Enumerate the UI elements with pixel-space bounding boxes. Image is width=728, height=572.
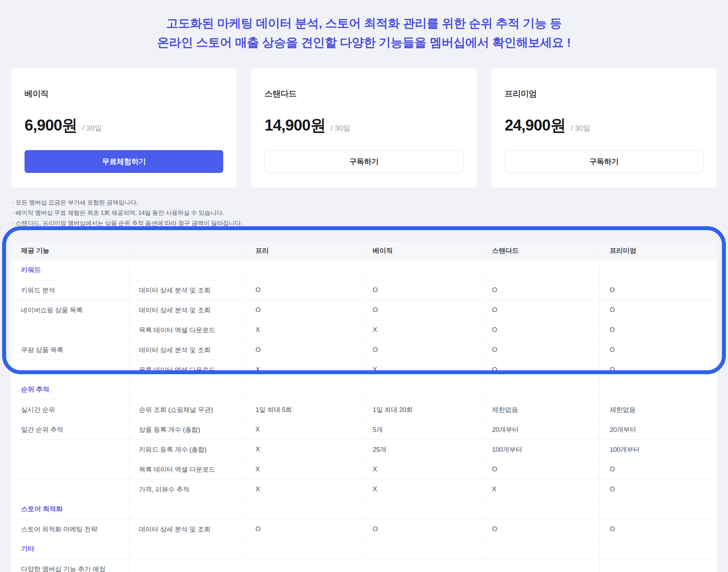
table-row: 쿠팡 상품 목록데이터 상세 분석 및 조회OOOO bbox=[11, 340, 717, 360]
free-trial-button[interactable]: 무료체험하기 bbox=[25, 150, 223, 173]
table-cell: 키워드 등록 개수 (총합) bbox=[129, 439, 245, 459]
page-title: 고도화된 마케팅 데이터 분석, 스토어 최적화 관리를 위한 순위 추적 기능… bbox=[0, 0, 728, 52]
table-cell: 일간 순위 추적 bbox=[11, 419, 129, 439]
table-cell: 기타 bbox=[11, 539, 129, 559]
table-cell: O bbox=[482, 280, 600, 300]
table-cell bbox=[363, 539, 482, 559]
table-section-row: 키워드 bbox=[11, 260, 717, 280]
table-cell: O bbox=[600, 360, 717, 380]
plan-price: 6,900원 bbox=[25, 115, 77, 136]
table-row: 네이버쇼핑 상품 목록데이터 상세 분석 및 조회OOOO bbox=[11, 300, 717, 320]
table-cell: 1일 최대 20회 bbox=[363, 399, 482, 419]
table-row: 목록 데이터 엑셀 다운로드XXOO bbox=[11, 459, 717, 479]
note-item: · 스탠다드, 프리미엄 멤버십에서는 상품 순위 추적 옵션에 따라 청구 금… bbox=[12, 218, 716, 228]
table-cell: 목록 데이터 엑셀 다운로드 bbox=[129, 320, 245, 340]
pricing-card-standard: 스탠다드 14,900원 / 30일 구독하기 bbox=[251, 68, 477, 188]
table-cell: 스토어 최적화 마케팅 전략 bbox=[11, 519, 129, 539]
feature-comparison-table: 제공 기능프리베이직스탠다드프리미엄 키워드키워드 분석데이터 상세 분석 및 … bbox=[11, 241, 717, 572]
table-cell: 데이터 상세 분석 및 조회 bbox=[129, 519, 245, 539]
table-cell: X bbox=[245, 419, 363, 439]
table-cell: X bbox=[245, 360, 363, 380]
table-cell: 데이터 상세 분석 및 조회 bbox=[129, 280, 245, 300]
plan-price-row: 24,900원 / 30일 bbox=[505, 115, 703, 136]
table-cell: O bbox=[363, 300, 482, 320]
table-row: 스토어 최적화 마케팅 전략데이터 상세 분석 및 조회OOOO bbox=[11, 519, 717, 539]
note-item: · 베이직 멤버십 무료 체험은 최초 1회 제공되며, 14일 동안 사용하실… bbox=[12, 208, 716, 218]
plan-price-row: 6,900원 / 30일 bbox=[25, 115, 223, 136]
table-cell: 20개부터 bbox=[600, 419, 717, 439]
column-header bbox=[129, 241, 245, 260]
table-cell: X bbox=[245, 459, 363, 479]
table-cell: 데이터 상세 분석 및 조회 bbox=[129, 340, 245, 360]
table-cell bbox=[363, 380, 482, 399]
table-cell: 제한없음 bbox=[600, 399, 717, 419]
column-header: 프리미엄 bbox=[600, 241, 717, 260]
table-cell bbox=[363, 260, 482, 280]
table-cell: 실시간 순위 bbox=[11, 399, 129, 419]
table-cell bbox=[245, 539, 363, 559]
pricing-card-premium: 프리미엄 24,900원 / 30일 구독하기 bbox=[491, 68, 717, 188]
table-cell bbox=[245, 559, 363, 572]
table-cell: X bbox=[245, 439, 363, 459]
table-cell: X bbox=[363, 459, 482, 479]
plan-name: 프리미엄 bbox=[505, 88, 703, 99]
table-cell: O bbox=[600, 320, 717, 340]
table-cell bbox=[600, 380, 717, 399]
feature-comparison-table-wrap: 제공 기능프리베이직스탠다드프리미엄 키워드키워드 분석데이터 상세 분석 및 … bbox=[11, 241, 717, 572]
table-cell bbox=[245, 380, 363, 399]
table-cell: 데이터 상세 분석 및 조회 bbox=[129, 300, 245, 320]
table-cell bbox=[600, 559, 717, 572]
table-cell: O bbox=[600, 519, 717, 539]
table-cell bbox=[129, 260, 245, 280]
table-cell: O bbox=[363, 340, 482, 360]
table-cell bbox=[129, 539, 245, 559]
table-cell: 스토어 최적화 bbox=[11, 499, 129, 519]
table-cell bbox=[600, 539, 717, 559]
table-cell: O bbox=[600, 280, 717, 300]
table-cell: 100개부터 bbox=[482, 439, 600, 459]
table-cell: 20개부터 bbox=[482, 419, 600, 439]
table-cell: O bbox=[245, 280, 363, 300]
table-cell: 순위 조회 (쇼핑채널 무관) bbox=[129, 399, 245, 419]
table-cell bbox=[11, 360, 129, 380]
table-cell: 순위 추적 bbox=[11, 380, 129, 399]
table-cell: O bbox=[363, 519, 482, 539]
table-cell bbox=[363, 499, 482, 519]
table-cell: 제한없음 bbox=[482, 399, 600, 419]
plan-period: / 30일 bbox=[571, 123, 590, 133]
table-cell: 100개부터 bbox=[600, 439, 717, 459]
table-cell: X bbox=[245, 479, 363, 499]
subscribe-button-standard[interactable]: 구독하기 bbox=[264, 150, 463, 173]
table-cell bbox=[11, 439, 129, 459]
table-cell: O bbox=[600, 479, 717, 499]
table-cell: X bbox=[482, 479, 600, 499]
table-cell bbox=[129, 499, 245, 519]
table-cell bbox=[482, 380, 600, 399]
table-cell: O bbox=[245, 300, 363, 320]
table-cell: O bbox=[600, 459, 717, 479]
table-cell: O bbox=[482, 459, 600, 479]
table-cell: O bbox=[482, 320, 600, 340]
table-cell: O bbox=[482, 340, 600, 360]
table-cell: O bbox=[363, 280, 482, 300]
pricing-cards: 베이직 6,900원 / 30일 무료체험하기 스탠다드 14,900원 / 3… bbox=[11, 68, 717, 188]
table-cell bbox=[482, 260, 600, 280]
feature-table-body: 키워드키워드 분석데이터 상세 분석 및 조회OOOO네이버쇼핑 상품 목록데이… bbox=[11, 260, 717, 572]
table-cell: O bbox=[600, 340, 717, 360]
table-cell: O bbox=[245, 519, 363, 539]
column-header: 프리 bbox=[245, 241, 363, 260]
table-cell: 25개 bbox=[363, 439, 482, 459]
table-row: 가격, 리뷰수 추적XXXO bbox=[11, 479, 717, 499]
column-header: 스탠다드 bbox=[482, 241, 600, 260]
table-section-row: 스토어 최적화 bbox=[11, 499, 717, 519]
table-cell: O bbox=[245, 340, 363, 360]
plan-price: 24,900원 bbox=[505, 115, 566, 136]
table-cell bbox=[482, 499, 600, 519]
table-row: 키워드 분석데이터 상세 분석 및 조회OOOO bbox=[11, 280, 717, 300]
table-cell bbox=[129, 559, 245, 572]
membership-notes: · 모든 멤버십 요금은 부가세 포함된 금액입니다.· 베이직 멤버십 무료 … bbox=[12, 197, 716, 228]
table-cell: 상품 등록 개수 (총합) bbox=[129, 419, 245, 439]
subscribe-button-premium[interactable]: 구독하기 bbox=[505, 150, 703, 173]
page-title-line1: 고도화된 마케팅 데이터 분석, 스토어 최적화 관리를 위한 순위 추적 기능… bbox=[0, 14, 728, 33]
table-cell: X bbox=[363, 479, 482, 499]
